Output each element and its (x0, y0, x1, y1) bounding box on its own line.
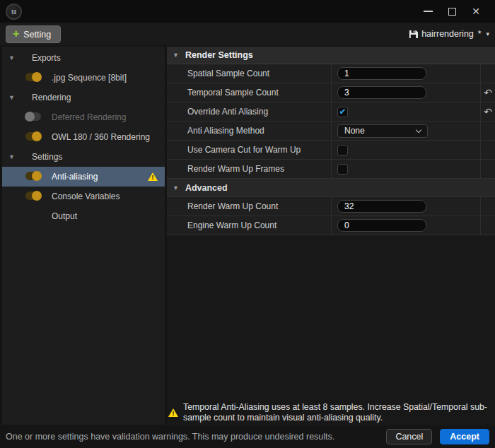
setting-label: Override Anti Aliasing (187, 107, 268, 117)
chevron-down-icon[interactable]: ▼ (8, 54, 18, 61)
sidebar-item-label: Output (52, 211, 77, 221)
row-use-camera-cut-warm-up: Use Camera Cut for Warm Up ✔ (167, 141, 495, 160)
row-override-anti-aliasing: Override Anti Aliasing ✔ ↶ (167, 102, 495, 122)
warning-triangle-icon: ! (168, 408, 178, 417)
close-icon: ✕ (472, 6, 480, 16)
chevron-down-icon[interactable]: ▼ (8, 94, 18, 101)
save-icon (409, 30, 418, 39)
sidebar-item-jpg-sequence[interactable]: .jpg Sequence [8bit] (2, 68, 165, 88)
setting-label: Temporal Sample Count (187, 88, 279, 98)
setting-label: Anti Aliasing Method (187, 126, 264, 136)
disabled-toggle[interactable] (25, 112, 41, 121)
enabled-toggle[interactable] (25, 172, 41, 180)
preset-selector[interactable]: hairrendering * ▾ (409, 27, 489, 41)
setting-label: Spatial Sample Count (187, 69, 269, 78)
cancel-button[interactable]: Cancel (386, 429, 432, 444)
enabled-toggle[interactable] (25, 191, 41, 200)
category-label: Exports (32, 53, 61, 63)
category-label: Settings (32, 152, 62, 162)
chevron-down-icon: ▾ (486, 30, 489, 37)
sidebar-category-rendering[interactable]: ▼ Rendering (2, 88, 165, 107)
chevron-down-icon[interactable]: ▼ (173, 184, 179, 191)
row-engine-warm-up-count: Engine Warm Up Count (167, 216, 495, 235)
close-button[interactable]: ✕ (464, 1, 488, 21)
preset-modified-indicator: * (478, 29, 482, 39)
advanced-section-header[interactable]: ▼ Advanced (167, 179, 495, 197)
row-spatial-sample-count: Spatial Sample Count (167, 64, 495, 83)
chevron-down-icon (416, 126, 421, 132)
sidebar-item-anti-aliasing[interactable]: Anti-aliasing ! (2, 167, 165, 187)
settings-tree: ▼ Exports .jpg Sequence [8bit] ▼ Renderi… (2, 47, 165, 425)
render-settings-panel: ▼ Render Settings Spatial Sample Count T… (167, 47, 495, 425)
override-anti-aliasing-checkbox[interactable]: ✔ (337, 107, 348, 117)
section-title: Render Settings (185, 50, 253, 60)
sidebar-item-label: .jpg Sequence [8bit] (52, 73, 127, 83)
reset-to-default-icon[interactable]: ↶ (484, 88, 492, 98)
validation-message: One or more settings have validation war… (6, 432, 334, 442)
setting-label: Engine Warm Up Count (187, 220, 276, 230)
sidebar-item-label: Deferred Rendering (52, 112, 126, 122)
sidebar-item-label: Anti-aliasing (52, 172, 98, 182)
row-render-warm-up-count: Render Warm Up Count (167, 197, 495, 216)
window-controls: ✕ (416, 1, 488, 21)
dropdown-selected-value: None (344, 126, 365, 136)
sidebar-item-output[interactable]: Output (2, 206, 165, 226)
temporal-sample-count-input[interactable] (337, 86, 426, 99)
reset-to-default-icon[interactable]: ↶ (484, 107, 492, 117)
footer-bar: One or more settings have validation war… (0, 425, 495, 448)
minimize-icon (424, 11, 433, 12)
sidebar-category-exports[interactable]: ▼ Exports (2, 48, 165, 68)
category-label: Rendering (32, 93, 71, 102)
engine-warm-up-count-input[interactable] (337, 219, 426, 232)
maximize-button[interactable] (440, 1, 464, 21)
render-warm-up-frames-checkbox[interactable]: ✔ (337, 164, 348, 175)
chevron-down-icon[interactable]: ▼ (173, 52, 179, 59)
preset-name: hairrendering (421, 29, 474, 39)
title-bar: u ✕ (0, 0, 495, 23)
spatial-sample-count-input[interactable] (337, 67, 426, 80)
setting-label: Render Warm Up Count (187, 201, 278, 211)
enabled-toggle[interactable] (25, 132, 41, 141)
toolbar: + Setting hairrendering * ▾ (0, 23, 495, 45)
add-setting-label: Setting (23, 30, 51, 40)
sidebar-category-settings[interactable]: ▼ Settings (2, 147, 165, 167)
enabled-toggle[interactable] (25, 73, 41, 81)
add-setting-button[interactable]: + Setting (6, 25, 61, 43)
sidebar-item-console-variables[interactable]: Console Variables (2, 187, 165, 206)
anti-aliasing-warning: ! Temporal Anti-Aliasing uses at least 8… (168, 402, 492, 423)
sidebar-item-owl-rendering[interactable]: OWL 180 / 360 Rendering (2, 127, 165, 147)
use-camera-cut-checkbox[interactable]: ✔ (337, 145, 348, 155)
row-temporal-sample-count: Temporal Sample Count ↶ (167, 83, 495, 102)
sidebar-item-label: Console Variables (52, 191, 120, 201)
row-anti-aliasing-method: Anti Aliasing Method None (167, 122, 495, 141)
check-icon: ✔ (339, 107, 346, 116)
accept-button[interactable]: Accept (440, 429, 489, 444)
render-settings-header[interactable]: ▼ Render Settings (167, 47, 495, 64)
setting-label: Render Warm Up Frames (187, 164, 284, 174)
chevron-down-icon[interactable]: ▼ (8, 153, 18, 160)
warning-text: Temporal Anti-Aliasing uses at least 8 s… (183, 402, 491, 423)
plus-icon: + (13, 28, 19, 40)
validation-warning-icon: ! (148, 172, 158, 181)
sidebar-item-deferred-rendering[interactable]: Deferred Rendering (2, 107, 165, 127)
render-warm-up-count-input[interactable] (337, 200, 426, 213)
maximize-icon (448, 8, 456, 16)
unreal-engine-logo-icon: u (6, 4, 22, 20)
movie-render-settings-window: u ✕ + Setting hairrendering * ▾ ▼ (0, 0, 495, 448)
row-render-warm-up-frames: Render Warm Up Frames ✔ (167, 160, 495, 179)
minimize-button[interactable] (416, 1, 440, 21)
section-title: Advanced (185, 183, 228, 193)
setting-label: Use Camera Cut for Warm Up (187, 145, 301, 155)
sidebar-item-label: OWL 180 / 360 Rendering (52, 132, 150, 142)
anti-aliasing-method-dropdown[interactable]: None (337, 124, 428, 138)
